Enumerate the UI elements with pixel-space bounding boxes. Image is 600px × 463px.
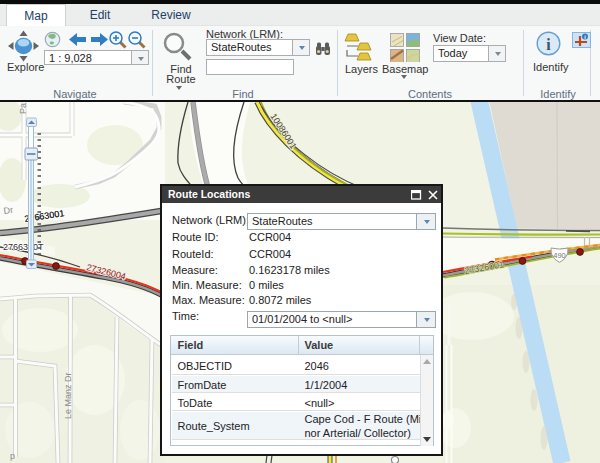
svg-text:i: i bbox=[546, 36, 551, 53]
svg-text:Dr: Dr bbox=[3, 205, 14, 216]
svg-text:2766310T: 2766310T bbox=[3, 242, 44, 252]
svg-text:Pa: Pa bbox=[18, 103, 28, 114]
svg-text:Le Manz Dr: Le Manz Dr bbox=[63, 372, 73, 419]
svg-text:p: p bbox=[10, 451, 15, 461]
svg-text:490: 490 bbox=[553, 251, 566, 260]
